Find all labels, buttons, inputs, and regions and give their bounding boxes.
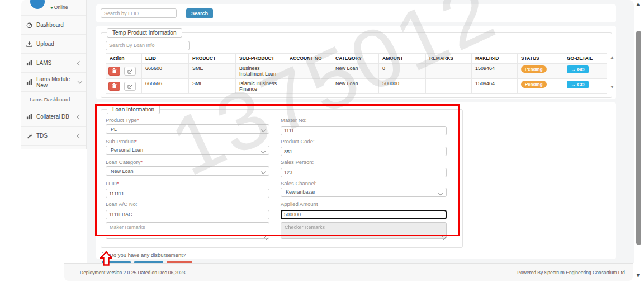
loan-category-select[interactable]: New Loan [106, 166, 269, 176]
master-no-input[interactable] [281, 126, 447, 135]
col-go-detail: GO-DETAIL [564, 53, 607, 63]
arrow-right-icon: → [571, 67, 576, 72]
avatar[interactable] [30, 0, 45, 9]
scroll-up-icon[interactable]: ▲ [636, 2, 641, 7]
cell-product: SME [189, 79, 236, 94]
delete-button[interactable] [108, 67, 120, 76]
scrollbar-thumb[interactable] [636, 31, 641, 245]
field-applied-amount: Applied Amount [281, 201, 447, 219]
col-amount: AMOUNT [379, 53, 426, 63]
wrench-icon [26, 133, 32, 139]
dashboard-icon [26, 22, 32, 28]
search-button[interactable]: Search [186, 8, 213, 18]
bar-chart-icon [26, 79, 32, 85]
pencil-icon [127, 84, 132, 89]
temp-product-panel: Temp Product Information Action LLID PRO… [96, 26, 616, 99]
field-checker-remarks [281, 222, 447, 241]
field-sales-channel: Sales Channel: Kewranbazar [281, 180, 447, 199]
col-llid: LLID [142, 53, 189, 63]
loan-form-panel: Loan Information Product Type* PL Master… [96, 102, 616, 259]
llid-input[interactable] [106, 189, 269, 198]
table-header-row: Action LLID PRODUCT SUB-PRODUCT ACCOUNT … [106, 53, 607, 63]
cell-maker-id: 1509464 [472, 79, 518, 94]
sidebar-item-collateral-db[interactable]: Collateral DB [21, 107, 86, 127]
field-loan-ac-no: Loan A/C No: [106, 201, 269, 219]
pencil-icon [127, 69, 132, 74]
edit-button[interactable] [124, 67, 136, 76]
search-llid-input[interactable] [101, 8, 177, 18]
sidebar-item-tds[interactable]: TDS [21, 127, 86, 146]
table-row: 666600 SME Business Installment Loan New… [106, 63, 607, 79]
temp-product-legend: Temp Product Information [107, 28, 182, 38]
maker-remarks-textarea[interactable] [106, 222, 269, 239]
product-type-select[interactable]: PL [106, 124, 269, 134]
chevron-down-icon [261, 170, 266, 174]
table-row: 666666 SME Islamic Business Finance New … [106, 79, 607, 94]
sidebar: ●Online Dashboard Upload LAMS Lams Modul… [21, 0, 87, 149]
loan-information-fieldset: Loan Information Product Type* PL Master… [101, 105, 463, 248]
applied-amount-input[interactable] [281, 210, 447, 219]
product-code-input[interactable] [281, 147, 447, 156]
cell-account-no [286, 79, 332, 94]
sidebar-item-lams-dashboard[interactable]: Lams Dashboard [21, 92, 86, 107]
cell-llid: 666666 [142, 79, 189, 94]
cell-sub-product: Islamic Business Finance [236, 79, 286, 94]
status-badge: Pending [521, 65, 547, 73]
sub-product-select[interactable]: Personal Loan [106, 146, 269, 155]
cell-llid: 666600 [142, 63, 189, 79]
field-master-no: Master No: [281, 117, 447, 135]
cell-account-no [286, 63, 332, 79]
bar-chart-icon [26, 114, 32, 120]
loan-info-filter-input[interactable] [106, 41, 190, 50]
disbursement-row: Do you have any disbursement? [102, 252, 616, 258]
upload-icon [26, 41, 32, 47]
col-status: STATUS [518, 53, 564, 63]
temp-product-table: Action LLID PRODUCT SUB-PRODUCT ACCOUNT … [106, 53, 607, 95]
cell-sub-product: Business Installment Loan [236, 63, 286, 79]
sidebar-item-dashboard[interactable]: Dashboard [21, 16, 86, 35]
delete-button[interactable] [108, 82, 120, 91]
sidebar-item-lams[interactable]: LAMS [21, 54, 86, 73]
trash-icon [112, 83, 117, 89]
go-detail-button[interactable]: →GO [567, 65, 589, 73]
sidebar-item-lams-module-new[interactable]: Lams Module New [21, 73, 86, 92]
page-scrollbar: ▲ ▼ [634, 0, 644, 281]
chevron-left-icon [77, 114, 82, 119]
loan-ac-no-input[interactable] [106, 210, 269, 219]
cell-remarks [426, 79, 472, 94]
field-product-type: Product Type* PL [106, 117, 269, 135]
footer-powered-by-text: Powered By Spectrum Engineering Consorti… [517, 270, 626, 275]
chevron-down-icon [438, 190, 443, 195]
online-status: ●Online [50, 4, 68, 10]
cell-amount: 0 [379, 63, 426, 79]
disbursement-checkbox[interactable] [102, 252, 107, 257]
sidebar-item-upload[interactable]: Upload [21, 35, 86, 54]
col-maker-id: MAKER-ID [472, 53, 518, 63]
checker-remarks-textarea [281, 222, 447, 239]
col-sub-product: SUB-PRODUCT [236, 53, 286, 63]
app-window: ●Online Dashboard Upload LAMS Lams Modul… [21, 0, 634, 281]
cell-product: SME [189, 63, 236, 79]
table-scroll-down-icon[interactable]: ▼ [610, 85, 614, 90]
status-badge: Pending [521, 81, 547, 88]
col-product: PRODUCT [189, 53, 236, 63]
user-profile: ●Online [21, 0, 86, 16]
field-llid: LLID* [106, 180, 269, 199]
scroll-down-icon[interactable]: ▼ [636, 273, 641, 278]
temp-product-fieldset: Temp Product Information Action LLID PRO… [101, 28, 612, 98]
edit-button[interactable] [124, 82, 136, 91]
bar-chart-icon [26, 60, 32, 66]
go-detail-button[interactable]: →GO [567, 81, 589, 88]
col-remarks: REMARKS [426, 53, 472, 63]
footer: Deployment version 2.0.25 Dated on Dec 0… [64, 263, 633, 281]
arrow-right-icon: → [571, 82, 576, 87]
sales-person-input[interactable] [281, 168, 447, 177]
online-dot-icon: ● [50, 5, 53, 10]
footer-version-text: Deployment version 2.0.25 Dated on Dec 0… [80, 270, 186, 275]
field-sub-product: Sub Product* Personal Loan [106, 138, 269, 157]
table-scroll-up-icon[interactable]: ▲ [610, 55, 614, 60]
sales-channel-select[interactable]: Kewranbazar [281, 188, 447, 197]
chevron-down-icon [261, 148, 266, 153]
chevron-down-icon [261, 128, 266, 132]
cell-maker-id: 1509464 [472, 63, 518, 79]
